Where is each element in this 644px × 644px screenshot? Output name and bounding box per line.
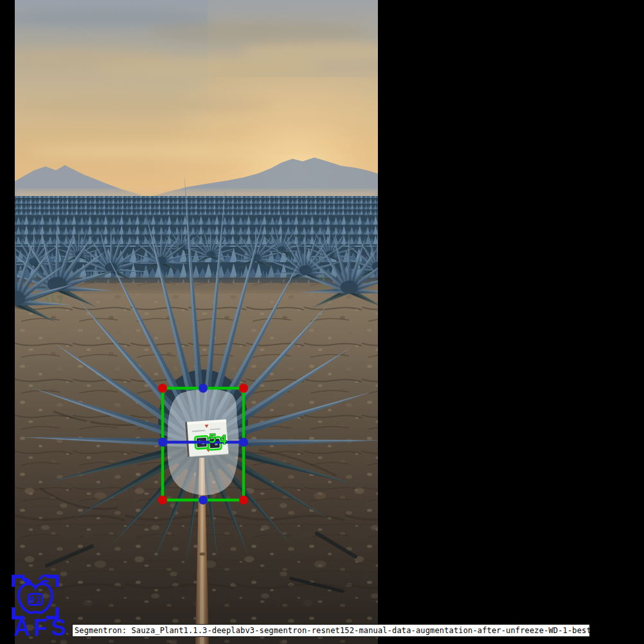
logo-mark: 01 — [30, 595, 42, 605]
bbox-handle-bottom-mid[interactable] — [199, 496, 208, 505]
annotation-overlay: 5 4 — [15, 0, 378, 644]
bbox-handle-bottom-right[interactable] — [239, 496, 248, 505]
bbox-handle-left-mid[interactable] — [158, 438, 167, 447]
bbox-handle-right-mid[interactable] — [239, 438, 248, 447]
leaf-icon — [21, 577, 32, 583]
detection-label-4: 4 — [219, 432, 227, 447]
bbox-handle-bottom-left[interactable] — [158, 496, 167, 505]
status-bar: Segmentron: Sauza_Plant1.1.3-deeplabv3-s… — [72, 624, 590, 637]
apple-01-scan-icon: 01 — [11, 574, 60, 620]
wifi-arcs-icon — [39, 575, 51, 584]
bbox-handle-top-right[interactable] — [239, 384, 248, 393]
annotated-photo: 5 4 — [15, 0, 378, 644]
detection-label-5: 5 — [209, 431, 217, 446]
bbox-handle-top-mid[interactable] — [199, 384, 208, 393]
afs-wordmark: AFS — [13, 614, 69, 641]
bbox-handle-top-left[interactable] — [158, 384, 167, 393]
